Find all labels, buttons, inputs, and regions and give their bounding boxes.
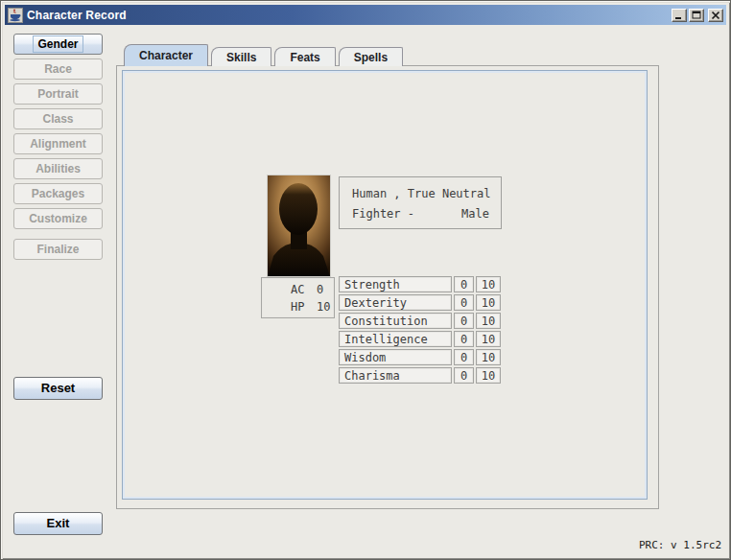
ability-bonus: 0 [454, 349, 474, 365]
sidebar-button-abilities: Abilities [13, 158, 103, 179]
summary-class: Fighter - [352, 204, 414, 224]
ability-row-intelligence: Intelligence 0 10 [339, 331, 501, 347]
ability-name: Charisma [339, 367, 452, 384]
ability-name: Intelligence [339, 331, 452, 347]
ac-value: 0 [317, 283, 323, 296]
sidebar-button-finalize: Finalize [13, 239, 103, 260]
ability-score: 10 [476, 294, 501, 311]
sidebar-button-portrait: Portrait [13, 83, 103, 105]
ability-name: Wisdom [339, 349, 452, 365]
ability-row-strength: Strength 0 10 [339, 276, 501, 292]
window-controls [672, 9, 723, 22]
ability-name: Dexterity [339, 294, 452, 311]
title-bar: Character Record [5, 5, 726, 25]
abilities-table: Strength 0 10 Dexterity 0 10 Constitutio… [339, 276, 501, 385]
character-summary-box: Human , True Neutral Fighter - Male [339, 176, 502, 229]
tab-character[interactable]: Character [124, 44, 208, 66]
tab-skills[interactable]: Skills [211, 47, 271, 66]
tab-feats[interactable]: Feats [274, 47, 335, 66]
exit-button[interactable]: Exit [13, 512, 103, 535]
ability-bonus: 0 [454, 276, 474, 292]
summary-gender: Male [461, 204, 489, 224]
maximize-icon [692, 11, 701, 20]
tab-spells[interactable]: Spells [339, 47, 403, 66]
ability-score: 10 [476, 276, 501, 292]
close-button[interactable] [708, 9, 723, 22]
ability-bonus: 0 [454, 367, 474, 384]
ability-row-constitution: Constitution 0 10 [339, 313, 501, 329]
minimize-button[interactable] [672, 9, 687, 22]
sidebar-button-packages: Packages [13, 183, 103, 204]
version-label: PRC: v 1.5rc2 [639, 539, 721, 551]
sidebar-button-gender-label: Gender [33, 35, 83, 53]
ability-score: 10 [476, 349, 501, 365]
close-icon [711, 11, 720, 20]
ability-row-charisma: Charisma 0 10 [339, 367, 501, 384]
character-record-window: Character Record Gender Race Portrait Cl… [0, 0, 731, 560]
summary-race-alignment: Human , True Neutral [352, 184, 489, 204]
ability-bonus: 0 [454, 294, 474, 311]
maximize-button[interactable] [689, 9, 704, 22]
sidebar-button-class: Class [13, 108, 103, 129]
ac-hp-box: AC 0 HP 10 [261, 277, 335, 318]
sidebar-button-alignment: Alignment [13, 133, 103, 154]
hp-value: 10 [317, 300, 330, 314]
window-title: Character Record [27, 9, 127, 22]
sidebar-button-race: Race [13, 58, 103, 80]
sidebar-button-gender[interactable]: Gender [13, 34, 103, 55]
ability-bonus: 0 [454, 331, 474, 347]
ability-row-dexterity: Dexterity 0 10 [339, 294, 501, 311]
ability-score: 10 [476, 367, 501, 384]
ability-name: Constitution [339, 313, 452, 329]
ability-row-wisdom: Wisdom 0 10 [339, 349, 501, 365]
ability-score: 10 [476, 331, 501, 347]
tab-strip: Character Skills Feats Spells [124, 44, 403, 66]
hp-label: HP [291, 300, 317, 314]
ability-bonus: 0 [454, 313, 474, 329]
ac-label: AC [291, 283, 317, 296]
wizard-step-sidebar: Gender Race Portrait Class Alignment Abi… [13, 34, 103, 264]
ability-score: 10 [476, 313, 501, 329]
java-app-icon [8, 8, 23, 23]
character-portrait [267, 175, 331, 277]
minimize-icon [674, 11, 684, 20]
sidebar-button-customize: Customize [13, 208, 103, 229]
reset-button[interactable]: Reset [13, 377, 103, 400]
ability-name: Strength [339, 276, 452, 292]
